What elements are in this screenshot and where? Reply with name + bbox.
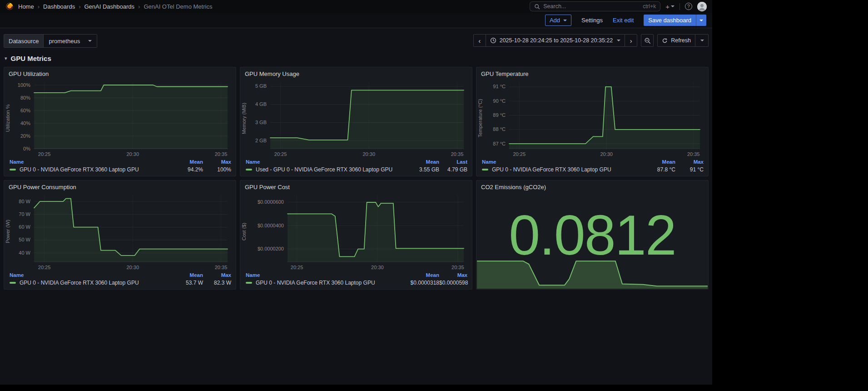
series-name[interactable]: GPU 0 - NVIDIA GeForce RTX 3060 Laptop G…: [256, 280, 401, 286]
series-name[interactable]: GPU 0 - NVIDIA GeForce RTX 3060 Laptop G…: [492, 166, 637, 173]
breadcrumb-genai-dashboards[interactable]: GenAI Dashboards: [84, 3, 134, 10]
top-nav: Home › Dashboards › GenAI Dashboards › G…: [0, 0, 712, 13]
caret-down-icon: [563, 20, 567, 21]
refresh-button[interactable]: Refresh: [657, 34, 695, 47]
datasource-label: Datasource: [4, 35, 43, 47]
series-mean-value: 87.8 °C: [637, 166, 675, 173]
legend-col-name[interactable]: Name: [246, 272, 401, 278]
legend-col-max[interactable]: Max: [203, 272, 231, 278]
y-axis-label: Memory (MiB): [244, 78, 251, 158]
timeseries-chart[interactable]: 40 W50 W60 W70 W80 W20:2520:3020:35: [15, 191, 232, 271]
chevron-right-icon: ›: [138, 3, 140, 10]
svg-text:20:35: 20:35: [451, 151, 464, 157]
caret-down-icon: [700, 40, 704, 41]
legend-col-mean[interactable]: Mean: [401, 159, 439, 165]
svg-text:91 °C: 91 °C: [493, 84, 506, 89]
svg-text:$0.0000400: $0.0000400: [258, 223, 284, 228]
time-back-button[interactable]: ‹: [473, 34, 486, 47]
svg-text:20:35: 20:35: [451, 265, 464, 270]
time-forward-button[interactable]: ›: [625, 34, 637, 47]
breadcrumb-dashboards[interactable]: Dashboards: [43, 3, 75, 10]
series-name[interactable]: GPU 0 - NVIDIA GeForce RTX 3060 Laptop G…: [20, 280, 165, 286]
plus-icon: +: [665, 3, 670, 10]
series-name[interactable]: GPU 0 - NVIDIA GeForce RTX 3060 Laptop G…: [20, 166, 165, 173]
legend-col-mean[interactable]: Mean: [401, 272, 439, 278]
svg-text:20:30: 20:30: [362, 151, 375, 157]
save-dashboard-button[interactable]: Save dashboard: [644, 15, 696, 26]
y-axis-label: Temperature (°C): [480, 78, 487, 158]
panel-co2-emissions: CO2 Emissions (gCO2e) 0.0812: [476, 180, 709, 290]
breadcrumb-current-dashboard[interactable]: GenAI OTel Demo Metrics: [144, 3, 212, 10]
legend-col-last[interactable]: Last: [439, 159, 467, 165]
avatar[interactable]: [697, 2, 707, 11]
row-collapse-chevron-icon[interactable]: ▾: [5, 55, 7, 61]
svg-text:60%: 60%: [20, 108, 30, 113]
legend-col-mean[interactable]: Mean: [165, 272, 203, 278]
chevron-right-icon: ›: [79, 3, 80, 10]
timeseries-chart[interactable]: $0.0000200$0.0000400$0.000060020:2520:30…: [251, 191, 468, 271]
dashboard-controls: Datasource prometheus ‹ 2025-10-28 20:24…: [4, 34, 709, 48]
datasource-select[interactable]: prometheus: [43, 35, 97, 47]
svg-text:0%: 0%: [23, 146, 30, 151]
series-max-value: 100%: [203, 166, 231, 173]
panel-gpu-utilization: GPU Utilization Utilization % 0%20%40%60…: [4, 67, 236, 176]
caret-down-icon: [671, 5, 675, 7]
search-icon: [534, 4, 540, 10]
breadcrumb-home[interactable]: Home: [18, 3, 34, 10]
series-color-marker: [246, 282, 252, 284]
legend-col-max[interactable]: Max: [439, 272, 467, 278]
timeseries-chart[interactable]: 0%20%40%60%80%100%20:2520:3020:35: [15, 78, 232, 158]
search-input[interactable]: Search... ctrl+k: [530, 1, 660, 11]
row-title: GPU Metrics: [11, 55, 51, 62]
svg-text:20:35: 20:35: [687, 151, 700, 157]
svg-text:20:30: 20:30: [371, 265, 384, 270]
new-menu-button[interactable]: +: [665, 3, 675, 10]
panel-title[interactable]: GPU Utilization: [8, 70, 232, 78]
legend-col-name[interactable]: Name: [10, 272, 165, 278]
refresh-interval-dropdown[interactable]: [695, 34, 709, 47]
help-icon[interactable]: ?: [685, 3, 692, 10]
panel-title[interactable]: CO2 Emissions (gCO2e): [480, 183, 704, 191]
legend-col-name[interactable]: Name: [246, 159, 401, 165]
sparkline-chart[interactable]: [477, 256, 708, 289]
series-mean-value: 94.2%: [165, 166, 203, 173]
timeseries-chart[interactable]: 87 °C88 °C89 °C90 °C91 °C20:2520:3020:35: [487, 78, 704, 158]
legend-col-max[interactable]: Max: [675, 159, 704, 165]
exit-edit-button[interactable]: Exit edit: [613, 17, 634, 24]
settings-button[interactable]: Settings: [581, 17, 603, 24]
series-color-marker: [246, 169, 252, 170]
legend: Name Mean Max GPU 0 - NVIDIA GeForce RTX…: [8, 271, 232, 286]
panel-title[interactable]: GPU Memory Usage: [244, 70, 468, 78]
refresh-label: Refresh: [671, 37, 691, 44]
timeseries-chart[interactable]: 2 GB3 GB4 GB5 GB20:2520:3020:35: [251, 78, 468, 158]
svg-text:20:25: 20:25: [291, 265, 303, 270]
caret-down-icon: [617, 40, 620, 41]
legend-col-name[interactable]: Name: [10, 159, 165, 165]
legend-col-max[interactable]: Max: [203, 159, 231, 165]
panel-title[interactable]: GPU Power Consumption: [8, 183, 232, 191]
legend: Name Mean Max GPU 0 - NVIDIA GeForce RTX…: [480, 158, 704, 173]
dashboard-row-gpu-metrics[interactable]: ▾ GPU Metrics: [5, 55, 708, 62]
series-color-marker: [10, 282, 16, 284]
y-axis-label: Power (W): [8, 191, 15, 271]
svg-text:80 W: 80 W: [19, 199, 30, 204]
time-controls: ‹ 2025-10-28 20:24:25 to 2025-10-28 20:3…: [473, 34, 709, 47]
svg-text:20:30: 20:30: [600, 151, 613, 157]
svg-text:20:30: 20:30: [126, 265, 139, 270]
grafana-app: Home › Dashboards › GenAI Dashboards › G…: [0, 0, 712, 385]
svg-text:20:25: 20:25: [274, 151, 287, 157]
legend-col-mean[interactable]: Mean: [165, 159, 203, 165]
zoom-out-button[interactable]: [641, 34, 654, 47]
panel-gpu-memory-usage: GPU Memory Usage Memory (MiB) 2 GB3 GB4 …: [240, 67, 472, 176]
svg-text:5 GB: 5 GB: [255, 83, 267, 89]
panel-title[interactable]: GPU Temperature: [480, 70, 704, 78]
grafana-logo[interactable]: [5, 2, 14, 10]
series-name[interactable]: Used - GPU 0 - NVIDIA GeForce RTX 3060 L…: [256, 166, 401, 173]
panel-gpu-power-cost: GPU Power Cost Cost ($) $0.0000200$0.000…: [240, 180, 472, 290]
panel-title[interactable]: GPU Power Cost: [244, 183, 468, 191]
time-range-picker[interactable]: 2025-10-28 20:24:25 to 2025-10-28 20:35:…: [486, 34, 625, 47]
legend-col-mean[interactable]: Mean: [637, 159, 675, 165]
add-button[interactable]: Add: [545, 15, 571, 26]
save-dashboard-dropdown-button[interactable]: [696, 15, 706, 26]
legend-col-name[interactable]: Name: [482, 159, 637, 165]
